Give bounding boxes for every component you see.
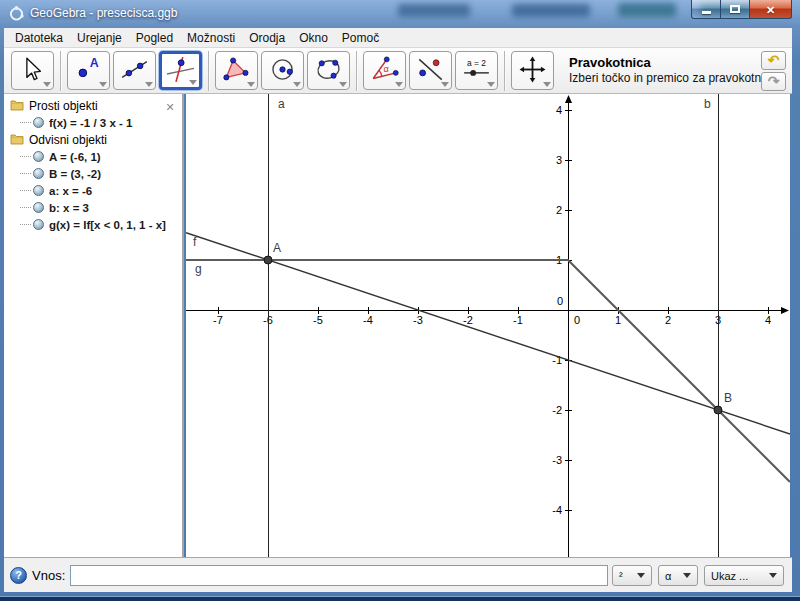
x-tick-label: -3 [413,314,423,326]
close-algebra-view-icon[interactable] [163,97,177,111]
menu-item-moznosti[interactable]: Možnosti [180,29,242,47]
x-tick-label: -4 [363,314,373,326]
tool-dropdown-arrow-icon[interactable] [99,82,107,87]
y-axis-arrow-icon [565,95,572,103]
visibility-marble-icon[interactable] [33,168,44,179]
algebra-view: Prosti objektif(x) = -1 / 3 x - 1Odvisni… [4,94,184,557]
line-g[interactable] [186,260,790,482]
visibility-marble-icon[interactable] [33,219,44,230]
y-tick-label: 4 [556,104,562,116]
undo-button[interactable] [761,51,786,70]
algebra-item-f[interactable]: f(x) = -1 / 3 x - 1 [4,114,182,131]
tool-ellipse-icon [313,56,344,86]
tool-dropdown-arrow-icon[interactable] [441,82,449,87]
graphics-canvas[interactable]: -7-6-5-4-3-2-11234-4-3-2-1123400abfgAB [186,94,790,557]
toolbar-separator [356,51,358,91]
graph-label-B: B [724,391,732,405]
tool-point-button[interactable]: A [67,51,110,90]
menu-bar: DatotekaUrejanjePogledMožnostiOrodjaOkno… [4,28,792,48]
x-zero-label: 0 [574,314,580,326]
tool-polygon-icon [221,56,252,86]
graph-label-f: f [193,235,197,249]
tool-dropdown-arrow-icon[interactable] [487,82,495,87]
algebra-item-a[interactable]: a: x = -6 [4,182,182,199]
x-axis-arrow-icon [781,307,789,314]
tool-ellipse-button[interactable] [307,51,350,90]
minimize-button[interactable] [691,0,721,19]
active-tool-hint: Izberi točko in premico za pravokotnost [569,71,777,86]
visibility-marble-icon[interactable] [33,185,44,196]
tool-dropdown-arrow-icon[interactable] [395,82,403,87]
algebra-item-g[interactable]: g(x) = If[x < 0, 1, 1 - x] [4,216,182,233]
close-button[interactable] [750,0,792,19]
titlebar-glass-blob [398,4,470,17]
algebra-section-dependent[interactable]: Odvisni objekti [4,131,182,148]
chevron-down-icon [637,573,645,578]
tool-dropdown-arrow-icon[interactable] [293,82,301,87]
tool-move-button[interactable] [11,51,54,90]
tree-branch [20,207,31,208]
command-input[interactable] [70,565,608,586]
tree-branch [20,156,31,157]
point-A[interactable] [264,256,272,264]
chevron-down-icon [683,573,691,578]
svg-text:α: α [383,63,388,73]
tool-dropdown-arrow-icon[interactable] [247,82,255,87]
algebra-item-A[interactable]: A = (-6, 1) [4,148,182,165]
tool-dropdown-arrow-icon[interactable] [543,82,551,87]
titlebar-glass-blob [512,4,590,17]
tool-dropdown-arrow-icon[interactable] [189,80,197,85]
tool-angle-button[interactable]: α [363,51,406,90]
x-tick-label: 1 [615,314,621,326]
redo-icon [768,74,780,89]
dropdown-exponent[interactable]: ² [612,565,652,586]
menu-item-okno[interactable]: Okno [292,29,335,47]
maximize-button[interactable] [721,0,750,19]
graphics-view[interactable]: -7-6-5-4-3-2-11234-4-3-2-1123400abfgAB [186,94,790,557]
algebra-section-free[interactable]: Prosti objekti [4,97,182,114]
window-border-bottom [0,597,800,601]
graph-label-b: b [704,97,711,111]
menu-item-pogled[interactable]: Pogled [129,29,180,47]
tool-dropdown-arrow-icon[interactable] [145,82,153,87]
line-f[interactable] [186,233,790,434]
tool-move-icon [17,56,48,86]
algebra-item-b[interactable]: b: x = 3 [4,199,182,216]
close-icon [766,2,775,17]
chevron-down-icon [769,573,777,578]
undo-icon [768,53,780,68]
tool-reflect-button[interactable] [409,51,452,90]
input-help-icon[interactable] [10,567,27,584]
dropdown-command[interactable]: Ukaz ... [704,565,784,586]
dropdown-exponent-value: ² [619,570,623,582]
tool-line-button[interactable] [113,51,156,90]
x-tick-label: -5 [313,314,323,326]
title-bar[interactable]: GeoGebra - presecisca.ggb [0,0,800,28]
tool-move-view-icon [517,56,548,86]
y-tick-label: 3 [556,154,562,166]
visibility-marble-icon[interactable] [33,117,44,128]
tool-dropdown-arrow-icon[interactable] [339,82,347,87]
menu-item-datoteka[interactable]: Datoteka [8,29,70,47]
dropdown-greek[interactable]: α [658,565,698,586]
tool-move-view-button[interactable] [511,51,554,90]
redo-button[interactable] [761,72,786,91]
menu-item-orodja[interactable]: Orodja [242,29,292,47]
tool-slider-button[interactable]: a = 2 [455,51,498,90]
algebra-section-label: Prosti objekti [29,99,98,113]
y-zero-label: 0 [557,295,563,307]
tool-dropdown-arrow-icon[interactable] [43,82,51,87]
tool-perpendicular-button[interactable] [159,51,202,90]
undo-redo-group [761,51,786,91]
toolbar: Aαa = 2 Pravokotnica Izberi točko in pre… [4,48,792,94]
x-tick-label: 2 [665,314,671,326]
menu-item-urejanje[interactable]: Urejanje [70,29,129,47]
visibility-marble-icon[interactable] [33,151,44,162]
tool-circle-button[interactable] [261,51,304,90]
tool-polygon-button[interactable] [215,51,258,90]
algebra-item-B[interactable]: B = (3, -2) [4,165,182,182]
point-B[interactable] [714,406,722,414]
x-tick-label: -7 [213,314,223,326]
visibility-marble-icon[interactable] [33,202,44,213]
menu-item-pomoc[interactable]: Pomoč [335,29,386,47]
